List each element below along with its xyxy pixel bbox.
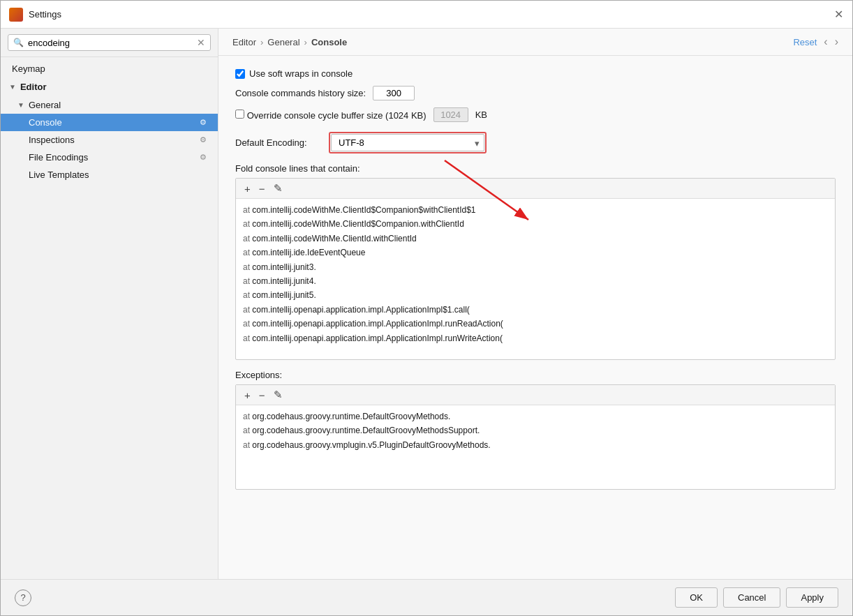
back-button[interactable]: ‹ (824, 36, 827, 48)
list-item: at org.codehaus.groovy.runtime.DefaultGr… (243, 410, 828, 423)
close-button[interactable]: ✕ (833, 9, 844, 20)
breadcrumb-actions: Reset ‹ › (793, 36, 838, 48)
encoding-label: Default Encoding: (235, 137, 319, 148)
list-item: at com.intellij.openapi.application.impl… (243, 317, 828, 331)
history-size-label: Console commands history size: (235, 88, 366, 98)
breadcrumb-console: Console (311, 37, 347, 47)
editor-label-group: ▼ Editor (9, 82, 46, 92)
encoding-row: Default Encoding: UTF-8 UTF-16 ISO-8859-… (235, 132, 836, 153)
breadcrumb-editor: Editor (232, 37, 256, 47)
list-item: at org.codehaus.groovy.runtime.DefaultGr… (243, 423, 828, 437)
reset-button[interactable]: Reset (793, 37, 817, 47)
breadcrumb-bar: Editor › General › Console Reset ‹ › (218, 29, 852, 56)
sidebar-item-keymap[interactable]: Keymap (1, 60, 218, 77)
live-templates-label: Live Templates (29, 170, 89, 180)
general-label-group: ▼ General (17, 100, 61, 110)
fold-list-toolbar: + − ✎ (236, 179, 835, 199)
list-item: at org.codehaus.groovy.vmplugin.v5.Plugi… (243, 438, 828, 452)
breadcrumb-sep2: › (304, 37, 307, 47)
cycle-buffer-input (433, 107, 468, 122)
soft-wraps-label[interactable]: Use soft wraps in console (235, 68, 353, 79)
exceptions-toolbar: + − ✎ (236, 385, 835, 405)
collapse-arrow-editor: ▼ (9, 83, 16, 91)
exceptions-add-button[interactable]: + (242, 389, 253, 402)
fold-list-content: at com.intellij.codeWithMe.ClientId$Comp… (236, 199, 835, 359)
cycle-buffer-row: Override console cycle buffer size (1024… (235, 107, 836, 122)
list-item: at com.intellij.codeWithMe.ClientId$Comp… (243, 217, 828, 231)
apply-button[interactable]: Apply (786, 587, 838, 608)
fold-label: Fold console lines that contain: (235, 163, 836, 174)
fold-add-button[interactable]: + (242, 182, 253, 195)
sidebar-item-live-templates[interactable]: Live Templates (1, 166, 218, 183)
list-item: at com.intellij.ide.IdeEventQueue (243, 246, 828, 260)
title-bar: Settings ✕ (1, 1, 852, 29)
cycle-buffer-text: Override console cycle buffer size (1024… (247, 110, 426, 121)
help-button[interactable]: ? (15, 589, 31, 606)
exceptions-edit-button[interactable]: ✎ (271, 388, 285, 402)
collapse-arrow-general: ▼ (17, 101, 24, 109)
search-input[interactable] (28, 38, 193, 48)
sidebar-item-file-encodings[interactable]: File Encodings ⚙ (1, 149, 218, 166)
right-panel: Editor › General › Console Reset ‹ › (218, 29, 852, 579)
exceptions-list-content: at org.codehaus.groovy.runtime.DefaultGr… (236, 405, 835, 489)
list-item: at com.intellij.codeWithMe.ClientId.with… (243, 232, 828, 246)
list-item: at com.intellij.codeWithMe.ClientId$Comp… (243, 203, 828, 217)
soft-wraps-checkbox[interactable] (235, 69, 245, 79)
inspections-label: Inspections (29, 135, 75, 145)
dialog-buttons: OK Cancel Apply (675, 587, 838, 608)
exceptions-label: Exceptions: (235, 370, 836, 380)
main-content: 🔍 ✕ Keymap ▼ Editor (1, 29, 852, 579)
console-settings-icon: ⚙ (200, 118, 207, 127)
bottom-bar: ? OK Cancel Apply (1, 579, 852, 615)
settings-window: Settings ✕ 🔍 ✕ Keymap (0, 0, 853, 616)
console-label: Console (29, 117, 62, 128)
content-wrapper: Use soft wraps in console Console comman… (218, 56, 852, 579)
forward-button[interactable]: › (835, 36, 838, 48)
search-clear-icon[interactable]: ✕ (197, 37, 205, 48)
history-size-input[interactable] (373, 86, 415, 100)
encoding-select-wrapper: UTF-8 UTF-16 ISO-8859-1 US-ASCII ▾ (329, 132, 487, 153)
cycle-buffer-checkbox[interactable] (235, 110, 244, 119)
list-item: at com.intellij.openapi.application.impl… (243, 331, 828, 345)
sidebar-item-inspections[interactable]: Inspections ⚙ (1, 131, 218, 149)
fold-remove-button[interactable]: − (256, 182, 268, 195)
file-encodings-settings-icon: ⚙ (200, 153, 207, 162)
sidebar: 🔍 ✕ Keymap ▼ Editor (1, 29, 218, 579)
fold-list-section: + − ✎ at com.intellij.codeWithMe.ClientI… (235, 178, 836, 360)
list-item: at com.intellij.junit3. (243, 260, 828, 274)
sidebar-item-editor[interactable]: ▼ Editor (1, 77, 218, 96)
inspections-settings-icon: ⚙ (200, 135, 207, 144)
history-size-row: Console commands history size: (235, 86, 836, 100)
list-item: at com.intellij.junit4. (243, 274, 828, 288)
cycle-buffer-unit: KB (475, 110, 487, 120)
settings-content: Use soft wraps in console Console comman… (218, 56, 852, 579)
fold-edit-button[interactable]: ✎ (271, 181, 285, 195)
cancel-button[interactable]: Cancel (723, 587, 780, 608)
title-bar-left: Settings (9, 8, 61, 22)
search-bar: 🔍 ✕ (1, 29, 218, 57)
cycle-buffer-label[interactable]: Override console cycle buffer size (1024… (235, 110, 426, 121)
search-icon: 🔍 (13, 38, 24, 47)
soft-wraps-text: Use soft wraps in console (249, 68, 353, 79)
app-icon (9, 8, 23, 22)
window-title: Settings (29, 9, 61, 20)
editor-label: Editor (20, 82, 47, 92)
search-input-wrapper: 🔍 ✕ (8, 34, 211, 51)
sidebar-item-console[interactable]: Console ⚙ (1, 114, 218, 131)
file-encodings-label: File Encodings (29, 152, 88, 163)
breadcrumb-sep1: › (260, 37, 263, 47)
breadcrumb: Editor › General › Console (232, 37, 347, 47)
encoding-select[interactable]: UTF-8 UTF-16 ISO-8859-1 US-ASCII (331, 134, 484, 151)
soft-wraps-row: Use soft wraps in console (235, 68, 836, 79)
general-label: General (29, 100, 61, 110)
exceptions-remove-button[interactable]: − (256, 389, 268, 402)
ok-button[interactable]: OK (675, 587, 718, 608)
sidebar-nav: Keymap ▼ Editor ▼ General (1, 57, 218, 579)
list-item: at com.intellij.openapi.application.impl… (243, 303, 828, 317)
sidebar-item-general[interactable]: ▼ General (1, 96, 218, 114)
exceptions-list-section: + − ✎ at org.codehaus.groovy.runtime.Def… (235, 384, 836, 490)
breadcrumb-general: General (267, 37, 299, 47)
keymap-label: Keymap (12, 63, 45, 74)
list-item: at com.intellij.junit5. (243, 288, 828, 302)
